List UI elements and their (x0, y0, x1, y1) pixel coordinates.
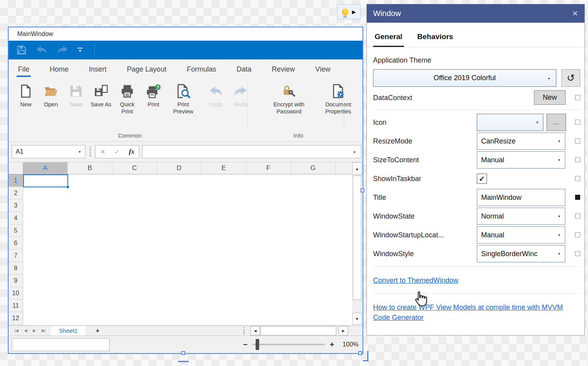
tab-general[interactable]: General (375, 32, 402, 47)
property-marker[interactable] (575, 95, 580, 100)
formula-bar-grip[interactable] (90, 147, 91, 157)
chevron-down-icon[interactable]: ▼ (557, 215, 561, 218)
last-sheet-icon[interactable]: ▶| (41, 328, 45, 333)
ribbon-tab-page-layout[interactable]: Page Layout (126, 61, 167, 77)
property-marker[interactable] (575, 176, 580, 181)
ribbon-tab-data[interactable]: Data (236, 61, 252, 77)
property-marker[interactable] (575, 232, 580, 237)
ribbon-tab-view[interactable]: View (314, 61, 331, 77)
mainwindow-design-surface[interactable]: MainWindow ▼ File Home Insert Page Layou… (9, 27, 363, 353)
zoom-out-button[interactable]: − (243, 340, 248, 349)
vertical-scrollbar[interactable]: ▲ ▼ (352, 162, 362, 325)
howto-mvvm-link[interactable]: How to create WPF View Models at compile… (373, 302, 575, 323)
row-header-6[interactable]: 6 (9, 237, 23, 249)
spreadsheet-grid[interactable]: A B C D E F G 1 2 3 4 5 6 7 8 9 10 11 12… (9, 162, 363, 325)
icon-browse-button[interactable]: ... (547, 114, 566, 131)
windowstyle-combobox[interactable]: SingleBorderWinc ▼ (477, 245, 565, 262)
qat-redo-icon[interactable] (56, 45, 69, 55)
reset-theme-button[interactable]: ↺ (561, 69, 580, 87)
row-header-5[interactable]: 5 (9, 224, 23, 237)
formula-input[interactable]: ▼ (142, 145, 361, 158)
ribbon-tab-file[interactable]: File (17, 61, 30, 77)
sheet-tab-sheet1[interactable]: Sheet1 (51, 326, 87, 336)
vertical-scrollbar-thumb[interactable] (353, 176, 361, 300)
document-properties-button[interactable]: Document Properties (317, 84, 359, 115)
row-header-2[interactable]: 2 (9, 187, 23, 199)
row-header-8[interactable]: 8 (9, 262, 23, 274)
title-textbox[interactable]: MainWindow (477, 189, 565, 206)
close-icon[interactable]: ✕ (572, 9, 578, 18)
resize-handle-bottom[interactable] (181, 351, 185, 355)
cancel-icon[interactable]: ✕ (100, 148, 105, 156)
property-marker[interactable] (575, 251, 580, 256)
save-as-button[interactable]: Save As (90, 84, 112, 108)
first-sheet-icon[interactable]: |◀ (14, 328, 18, 333)
encrypt-with-password-button[interactable]: Encrypt with Password (266, 84, 312, 115)
expand-arrow-icon[interactable]: ▶ (352, 9, 356, 15)
chevron-down-icon[interactable]: ▼ (557, 252, 561, 256)
chevron-down-icon[interactable]: ▼ (557, 140, 561, 143)
zoom-slider-track[interactable] (252, 344, 325, 345)
property-marker[interactable] (575, 157, 580, 162)
quick-print-button[interactable]: Quick Print (115, 84, 139, 115)
qat-undo-icon[interactable] (35, 45, 48, 55)
chevron-down-icon[interactable]: ▼ (536, 121, 539, 124)
windowstate-combobox[interactable]: Normal ▼ (477, 208, 565, 225)
column-header-g[interactable]: G (291, 162, 335, 174)
sizetocontent-combobox[interactable]: Manual ▼ (477, 151, 565, 169)
windowstartuplocation-combobox[interactable]: Manual ▼ (477, 226, 565, 244)
column-header-a[interactable]: A (23, 162, 68, 174)
column-header-f[interactable]: F (246, 162, 291, 174)
row-header-12[interactable]: 12 (9, 312, 23, 325)
fill-handle[interactable] (66, 185, 69, 188)
row-header-9[interactable]: 9 (9, 274, 23, 287)
previous-sheet-icon[interactable]: ◀ (24, 328, 27, 333)
resize-handle-right[interactable] (361, 188, 364, 192)
add-sheet-button[interactable]: + (96, 327, 99, 335)
active-cell-a1[interactable] (23, 174, 68, 187)
property-marker[interactable] (575, 138, 580, 144)
ribbon-tab-insert[interactable]: Insert (88, 61, 107, 77)
print-preview-button[interactable]: Print Preview (168, 84, 198, 115)
ribbon-tab-review[interactable]: Review (271, 61, 296, 77)
property-marker[interactable] (575, 214, 580, 219)
property-marker-set[interactable] (575, 195, 580, 200)
scroll-down-button[interactable]: ▼ (352, 313, 362, 325)
row-header-10[interactable]: 10 (9, 287, 23, 300)
row-header-4[interactable]: 4 (9, 212, 23, 224)
scroll-up-button[interactable]: ▲ (352, 162, 362, 175)
row-header-7[interactable]: 7 (9, 249, 23, 262)
print-button[interactable]: ? Print (143, 84, 164, 108)
insert-function-icon[interactable]: fx (129, 148, 134, 156)
resize-handle-bottom-right[interactable] (358, 351, 362, 355)
row-header-3[interactable]: 3 (9, 199, 23, 212)
application-theme-combobox[interactable]: Office 2019 Colorful ▼ (373, 69, 556, 87)
name-box-dropdown-icon[interactable]: ▼ (78, 150, 81, 154)
qat-save-icon[interactable] (16, 45, 27, 55)
qat-customize-dropdown[interactable]: ▼ (78, 48, 83, 53)
designer-suggestions-button[interactable]: ▶ (337, 4, 361, 19)
column-header-c[interactable]: C (112, 162, 157, 174)
sheetbar-grip[interactable] (243, 327, 245, 335)
open-button[interactable]: Open (40, 84, 61, 108)
chevron-down-icon[interactable]: ▼ (547, 77, 551, 81)
icon-combobox[interactable]: ▼ (477, 114, 543, 131)
name-box[interactable]: A1 ▼ (12, 145, 85, 158)
row-header-11[interactable]: 11 (9, 300, 23, 312)
chevron-down-icon[interactable]: ▼ (557, 233, 561, 237)
zoom-slider-thumb[interactable] (256, 339, 259, 350)
column-header-d[interactable]: D (157, 162, 202, 174)
chevron-down-icon[interactable]: ▼ (557, 158, 561, 162)
resizemode-combobox[interactable]: CanResize ▼ (477, 133, 565, 150)
new-button[interactable]: New (15, 84, 36, 108)
showintaskbar-checkbox[interactable]: ✓ (477, 174, 487, 184)
horizontal-scrollbar-thumb[interactable] (260, 326, 336, 336)
column-header-e[interactable]: E (202, 162, 246, 174)
new-datacontext-button[interactable]: New (534, 90, 566, 105)
convert-to-themedwindow-link[interactable]: Convert to ThemedWindow (373, 275, 458, 285)
next-sheet-icon[interactable]: ▶ (33, 328, 36, 333)
row-header-1[interactable]: 1 (9, 174, 23, 187)
zoom-in-button[interactable]: + (330, 340, 334, 349)
formula-expand-icon[interactable]: ▼ (353, 151, 356, 154)
enter-icon[interactable]: ✓ (114, 148, 119, 156)
